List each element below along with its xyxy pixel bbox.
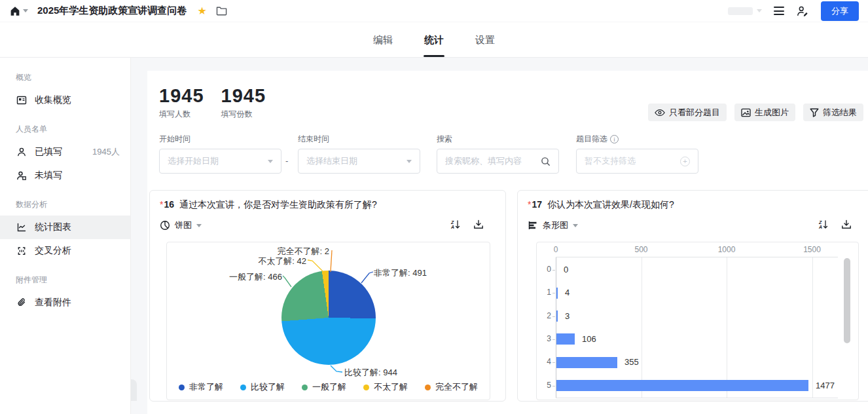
user-icon (16, 147, 27, 158)
chart-type-select-pie[interactable]: 饼图 (160, 219, 202, 231)
sidebar-section-roster: 人员名单 (0, 119, 130, 140)
chart-type-label: 饼图 (175, 219, 192, 231)
bar (556, 288, 558, 299)
image-icon (741, 108, 751, 117)
question-number: 17 (532, 199, 542, 210)
legend-dot-icon (425, 385, 431, 390)
question-filter-label-text: 题目筛选 (576, 134, 607, 145)
user-edit-icon[interactable] (796, 5, 809, 17)
question-title: *16通过本次宣讲，你是否对学生资助政策有所了解? (160, 199, 377, 211)
pie-leader-lines (167, 242, 491, 401)
bar-value-label: 3 (565, 311, 570, 321)
chevron-down-icon (23, 9, 28, 12)
action-label: 生成图片 (755, 107, 789, 119)
pie-chart-icon (160, 220, 170, 231)
sidebar-item-view-attachments[interactable]: 查看附件 (0, 291, 130, 314)
tab-edit[interactable]: 编辑 (372, 34, 394, 57)
legend-dot-icon (179, 385, 185, 390)
redacted-text (728, 7, 753, 15)
bar-value-label: 0 (564, 265, 568, 274)
generate-image-button[interactable]: 生成图片 (734, 104, 795, 121)
start-date-select[interactable]: 选择开始日期 (159, 149, 281, 174)
question-text: 通过本次宣讲，你是否对学生资助政策有所了解? (179, 199, 377, 210)
sidebar-item-filled[interactable]: 已填写 1945人 (0, 140, 130, 164)
gridline (642, 257, 642, 398)
legend-label: 比较了解 (251, 381, 285, 393)
required-mark: * (160, 199, 163, 210)
line-chart-icon (16, 222, 27, 233)
card-tools: ZA (451, 219, 484, 229)
info-icon[interactable]: i (610, 135, 619, 143)
x-axis-top-line (556, 257, 838, 257)
bar (556, 310, 558, 322)
gridline (727, 257, 727, 398)
stat-respondents: 1945 填写人数 (159, 85, 204, 120)
paperclip-icon (16, 297, 27, 309)
y-axis-line (556, 257, 556, 398)
submissions-count: 1945 (221, 85, 266, 107)
action-label: 筛选结果 (823, 107, 857, 119)
end-date-select[interactable]: 选择结束日期 (298, 149, 420, 174)
chart-scrollbar-thumb[interactable] (844, 258, 850, 343)
workspace-selector[interactable] (728, 7, 762, 15)
search-icon[interactable] (541, 157, 551, 166)
tab-statistics[interactable]: 统计 (423, 34, 445, 57)
home-icon (9, 5, 21, 17)
chevron-down-icon (407, 160, 412, 163)
sidebar-item-statistics-charts[interactable]: 统计图表 (0, 216, 130, 239)
sort-icon[interactable]: ZA (819, 219, 828, 229)
y-axis-tick (552, 362, 555, 363)
legend-label: 一般了解 (312, 381, 346, 393)
sidebar-item-cross-analysis[interactable]: 交叉分析 (0, 239, 130, 263)
page-title: 2025年学生资助政策宣讲调查问卷 (37, 5, 187, 17)
view-partial-questions-button[interactable]: 只看部分题目 (648, 104, 727, 121)
bar-chart: 0500100015000014233106435551477 (536, 242, 859, 400)
dashboard-icon (16, 95, 27, 106)
stat-submissions: 1945 填写份数 (221, 85, 266, 120)
sidebar-item-unfilled[interactable]: 未填写 (0, 164, 130, 187)
download-icon[interactable] (473, 219, 484, 229)
folder-icon[interactable] (216, 6, 227, 16)
main-area: 1945 填写人数 1945 填写份数 只看部分题目 (131, 58, 868, 414)
y-axis-tick (552, 270, 555, 271)
tab-settings[interactable]: 设置 (474, 34, 496, 57)
sidebar-item-label: 未填写 (35, 170, 62, 181)
sidebar: 概览 收集概览 人员名单 已填写 1945人 未填写 数据分析 统 (0, 58, 131, 414)
chart-type-select-bar[interactable]: 条形图 (528, 219, 578, 231)
x-axis-tick-label: 1500 (803, 245, 821, 254)
sidebar-item-collection-overview[interactable]: 收集概览 (0, 88, 130, 112)
download-icon[interactable] (841, 219, 852, 229)
legend-label: 完全不了解 (435, 381, 478, 393)
question-card-17: *17你认为本次宣讲效果/表现如何? 条形图 ZA (517, 190, 868, 402)
end-time-label: 结束时间 (298, 134, 329, 145)
question-filter-input: 暂不支持筛选 + (576, 149, 698, 174)
legend-item: 非常了解 (179, 381, 223, 393)
y-axis-category-label: 0 (539, 265, 551, 274)
pie-chart: 非常了解: 491比较了解: 944一般了解: 466不太了解: 42完全不了解… (166, 242, 490, 400)
x-axis-bottom-line (556, 398, 838, 398)
y-axis-tick (552, 293, 555, 293)
required-mark: * (528, 199, 531, 210)
filter-results-button[interactable]: 筛选结果 (803, 104, 863, 121)
x-axis-tick-label: 500 (634, 245, 647, 254)
sidebar-section-overview: 概览 (0, 67, 130, 88)
chevron-down-icon (757, 9, 762, 12)
toolbar-actions: 只看部分题目 生成图片 筛选结果 (648, 104, 863, 121)
submissions-label: 填写份数 (221, 109, 266, 120)
legend-item: 比较了解 (240, 381, 285, 393)
star-icon[interactable]: ★ (197, 5, 206, 17)
y-axis-category-label: 5 (539, 381, 551, 390)
survey-statistics-page: 2025年学生资助政策宣讲调查问卷 ★ 分享 编辑 统计 设置 概览 (0, 0, 868, 414)
chart-type-label: 条形图 (543, 219, 568, 231)
bar-value-label: 4 (565, 288, 570, 297)
sort-icon[interactable]: ZA (451, 219, 460, 229)
bar-value-label: 355 (624, 357, 639, 367)
menu-icon[interactable] (774, 7, 784, 15)
topbar: 2025年学生资助政策宣讲调查问卷 ★ 分享 (0, 0, 868, 22)
share-button[interactable]: 分享 (821, 1, 859, 21)
respondents-count: 1945 (159, 85, 204, 107)
search-input[interactable]: 搜索昵称、填写内容 (437, 149, 559, 174)
home-button[interactable] (9, 5, 28, 17)
sidebar-section-analysis: 数据分析 (0, 194, 130, 216)
pie-legend: 非常了解比较了解一般了解不太了解完全不了解 (167, 381, 490, 393)
